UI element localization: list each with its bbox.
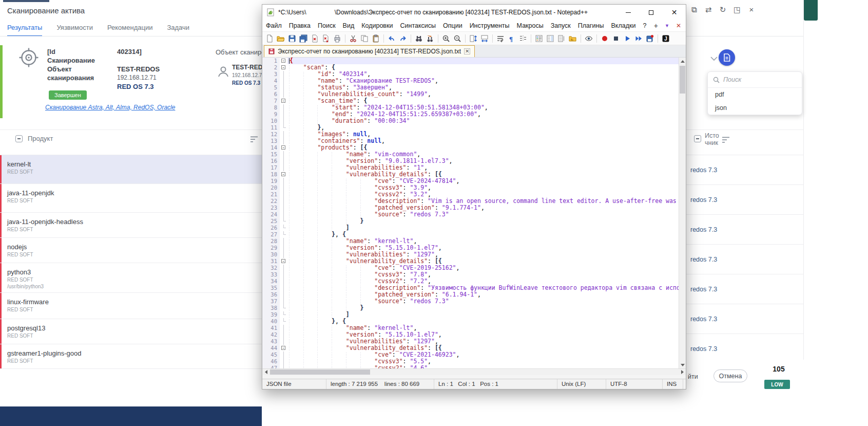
fold-margin[interactable] — [280, 231, 287, 238]
fold-margin[interactable] — [280, 71, 287, 78]
fold-margin[interactable] — [280, 205, 287, 211]
product-row[interactable]: python3RED SOFT/usr/bin/python3 — [0, 263, 262, 293]
fold-margin[interactable] — [280, 245, 287, 251]
save-all-icon[interactable] — [298, 33, 308, 44]
expand-icon[interactable]: ◳ — [732, 5, 742, 15]
line-number[interactable]: 5 — [262, 84, 280, 91]
menu-Макросы[interactable]: Макросы — [513, 21, 547, 30]
undo-icon[interactable] — [387, 33, 397, 44]
line-number[interactable]: 9 — [262, 111, 280, 118]
function-list-icon[interactable] — [534, 33, 544, 44]
menu-Опции[interactable]: Опции — [439, 21, 466, 30]
fold-margin[interactable] — [280, 365, 287, 368]
indent-guide-icon[interactable] — [518, 33, 528, 44]
document-tab[interactable]: Экспресс-отчет по сканированию [402314] … — [264, 45, 475, 57]
line-number[interactable]: 31 — [262, 258, 280, 265]
line-number[interactable]: 7 — [262, 98, 280, 104]
fold-margin[interactable] — [280, 131, 287, 138]
line-number[interactable]: 22 — [262, 198, 280, 205]
fold-margin[interactable] — [280, 305, 287, 311]
fold-margin[interactable] — [280, 151, 287, 158]
line-number[interactable]: 35 — [262, 285, 280, 291]
run-macro-multiple-icon[interactable] — [633, 33, 644, 44]
tab-Рекомендации[interactable]: Рекомендации — [107, 24, 153, 36]
horizontal-scroll-thumb[interactable] — [270, 369, 370, 375]
fold-margin[interactable] — [280, 238, 287, 245]
paste-icon[interactable] — [371, 33, 381, 44]
partial-button-fragment[interactable]: йти — [688, 373, 698, 380]
fold-margin[interactable] — [280, 104, 287, 111]
fold-margin[interactable] — [280, 211, 287, 218]
cut-icon[interactable] — [348, 33, 358, 44]
line-number[interactable]: 36 — [262, 291, 280, 298]
fold-margin[interactable] — [280, 338, 287, 345]
fold-margin[interactable] — [280, 164, 287, 171]
product-row[interactable]: linux-firmwareRED SOFT — [0, 293, 262, 319]
menu-Синтаксисы[interactable]: Синтаксисы — [396, 21, 439, 30]
line-number[interactable]: 18 — [262, 171, 280, 178]
fold-margin[interactable] — [280, 331, 287, 338]
fold-margin[interactable]: - — [280, 171, 287, 178]
swap-icon[interactable]: ⇄ — [704, 5, 713, 15]
fold-margin[interactable]: - — [280, 64, 287, 71]
fold-margin[interactable] — [280, 118, 287, 124]
record-macro-icon[interactable] — [600, 33, 610, 44]
word-wrap-icon[interactable] — [495, 33, 506, 44]
copy-icon[interactable] — [359, 33, 370, 44]
export-search-field[interactable]: Поиск — [708, 72, 802, 88]
find-icon[interactable] — [414, 33, 424, 44]
stop-macro-icon[interactable] — [611, 33, 621, 44]
scroll-left-arrow[interactable] — [262, 369, 269, 375]
zoom-in-icon[interactable] — [441, 33, 451, 44]
new-tab-icon[interactable]: + — [654, 22, 658, 30]
line-number[interactable]: 8 — [262, 104, 280, 111]
product-row[interactable]: kernel-ltRED SOFT — [0, 155, 262, 184]
play-macro-icon[interactable] — [622, 33, 632, 44]
redo-icon[interactable] — [398, 33, 408, 44]
fold-margin[interactable] — [280, 178, 287, 184]
line-number[interactable]: 28 — [262, 238, 280, 245]
fold-margin[interactable] — [280, 351, 287, 358]
status-insert-mode[interactable]: INS — [663, 379, 683, 389]
folder-as-workspace-icon[interactable] — [568, 33, 578, 44]
fold-margin[interactable] — [280, 278, 287, 285]
line-number[interactable]: 3 — [262, 71, 280, 78]
fold-margin[interactable] — [280, 124, 287, 131]
vertical-scroll-thumb[interactable] — [680, 66, 685, 94]
zoom-out-icon[interactable] — [452, 33, 462, 44]
line-number[interactable]: 11 — [262, 124, 280, 131]
minimize-button[interactable] — [616, 5, 640, 20]
new-file-icon[interactable] — [264, 33, 275, 44]
line-number[interactable]: 19 — [262, 178, 280, 184]
fold-margin[interactable] — [280, 285, 287, 291]
line-number[interactable]: 10 — [262, 118, 280, 124]
line-number[interactable]: 17 — [262, 164, 280, 171]
line-number[interactable]: 30 — [262, 251, 280, 258]
menu-Кодировки[interactable]: Кодировки — [358, 21, 396, 30]
line-number[interactable]: 23 — [262, 205, 280, 211]
open-file-icon[interactable] — [276, 33, 286, 44]
line-number[interactable]: 39 — [262, 311, 280, 318]
json-format-icon[interactable]: J — [661, 33, 671, 44]
source-select-checkbox[interactable] — [694, 135, 701, 142]
close-file-icon[interactable] — [310, 33, 320, 44]
fold-margin[interactable]: - — [280, 258, 287, 265]
fold-margin[interactable] — [280, 265, 287, 271]
maximize-button[interactable] — [640, 5, 663, 20]
scroll-down-arrow[interactable] — [679, 361, 686, 368]
line-number[interactable]: 46 — [262, 358, 280, 365]
save-file-icon[interactable] — [287, 33, 297, 44]
line-number[interactable]: 13 — [262, 138, 280, 144]
fold-margin[interactable] — [280, 325, 287, 331]
line-number[interactable]: 14 — [262, 144, 280, 151]
line-number[interactable]: 45 — [262, 351, 280, 358]
menu-Поиск[interactable]: Поиск — [314, 21, 339, 30]
scan-profile-link[interactable]: Сканирование Astra, Alt, Alma, RedOS, Or… — [45, 104, 175, 111]
menu-Запуск[interactable]: Запуск — [547, 21, 574, 30]
close-all-icon[interactable] — [321, 33, 331, 44]
line-number[interactable]: 34 — [262, 278, 280, 285]
product-row[interactable]: postgresql13RED SOFT — [0, 319, 262, 344]
menu-Инструменты[interactable]: Инструменты — [466, 21, 513, 30]
fold-margin[interactable]: - — [280, 144, 287, 151]
line-number[interactable]: 2 — [262, 64, 280, 71]
